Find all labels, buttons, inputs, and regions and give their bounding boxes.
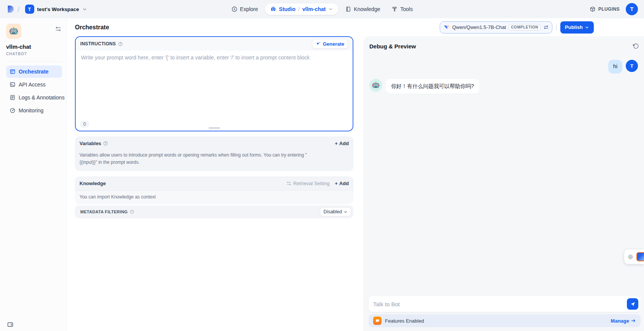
app-shell: vllm-chat CHATBOT Orchestrate API Access xyxy=(0,18,644,331)
variables-header: Variables + Add xyxy=(75,136,353,150)
send-button[interactable] xyxy=(627,298,638,310)
user-message-bubble: hi xyxy=(608,60,622,74)
instructions-title: INSTRUCTIONS xyxy=(80,41,123,46)
terminal-icon xyxy=(10,82,16,88)
metadata-filtering-title: METADATA FILTERING xyxy=(80,209,134,214)
add-knowledge-label: Add xyxy=(339,181,349,186)
main-area: Orchestrate Qwen/Qwen1.5-7B-Chat COMPLET… xyxy=(67,18,644,331)
nav-explore[interactable]: Explore xyxy=(227,3,262,15)
plus-icon: + xyxy=(335,181,338,186)
add-variable-label: Add xyxy=(339,141,349,146)
app-name: vllm-chat xyxy=(6,43,62,50)
plus-icon: + xyxy=(335,141,338,146)
knowledge-card: Knowledge Retrieval Setting + Add xyxy=(75,176,353,204)
info-icon xyxy=(103,141,108,146)
knowledge-header: Knowledge Retrieval Setting + Add xyxy=(75,176,353,190)
topbar-main-nav: Explore Studio / vllm-chat xyxy=(227,0,417,18)
knowledge-title: Knowledge xyxy=(80,181,106,186)
send-icon xyxy=(630,301,636,307)
sidebar-item-api-access[interactable]: API Access xyxy=(6,78,62,91)
variables-title: Variables xyxy=(80,141,108,146)
user-avatar[interactable]: T xyxy=(626,3,638,15)
model-mode-badge: COMPLETION xyxy=(509,24,541,30)
app-settings-icon[interactable] xyxy=(55,26,61,32)
assistant-message-row: 你好！有什么问题我可以帮助你吗? xyxy=(369,79,638,94)
variables-description: Variables allow users to introduce promp… xyxy=(75,150,315,171)
sidebar-item-orchestrate[interactable]: Orchestrate xyxy=(6,66,62,78)
retrieval-setting-button[interactable]: Retrieval Setting xyxy=(286,181,329,186)
prompt-editor[interactable]: Write your prompt word here, enter '{' t… xyxy=(76,51,353,118)
collapse-sidebar-icon[interactable] xyxy=(7,321,14,328)
debug-title: Debug & Preview xyxy=(369,43,416,50)
manage-features-link[interactable]: Manage xyxy=(611,318,636,324)
sidebar-item-label: API Access xyxy=(19,82,46,88)
hammer-icon xyxy=(391,6,398,12)
resize-handle[interactable] xyxy=(208,127,220,129)
prompt-placeholder: Write your prompt word here, enter '{' t… xyxy=(81,54,310,61)
plugins-button[interactable]: PLUGINS xyxy=(590,6,620,12)
robot-emoji-icon xyxy=(372,81,380,90)
extension-logo-icon xyxy=(636,252,644,261)
book-icon xyxy=(345,6,351,12)
floating-extension-widget[interactable] xyxy=(624,249,644,264)
dify-logo[interactable] xyxy=(6,5,14,13)
nav-tools-label: Tools xyxy=(400,6,413,12)
nav-studio-label: Studio xyxy=(279,6,296,12)
plugins-label: PLUGINS xyxy=(598,6,620,12)
sidebar-item-monitoring[interactable]: Monitoring xyxy=(6,104,62,117)
nav-explore-label: Explore xyxy=(240,6,258,12)
debug-footer: Features Enabled Manage xyxy=(369,296,641,327)
knowledge-description: You can import Knowledge as context xyxy=(75,190,353,204)
main-header: Orchestrate Qwen/Qwen1.5-7B-Chat COMPLET… xyxy=(67,18,644,36)
publish-button[interactable]: Publish xyxy=(560,21,594,34)
user-message-row: hi T xyxy=(369,60,638,74)
restart-conversation-icon[interactable] xyxy=(633,43,639,49)
metadata-filtering-select[interactable]: Disabled xyxy=(320,207,351,216)
generate-button[interactable]: Generate xyxy=(312,39,348,49)
nav-knowledge-label: Knowledge xyxy=(354,6,380,12)
nav-studio-current[interactable]: Studio / vllm-chat xyxy=(265,3,338,15)
add-knowledge-button[interactable]: + Add xyxy=(335,181,349,186)
add-variable-button[interactable]: + Add xyxy=(335,141,349,146)
nav-knowledge[interactable]: Knowledge xyxy=(340,3,385,15)
top-navigation-bar: T test's Workspace Explore xyxy=(0,0,644,18)
instructions-header: INSTRUCTIONS Generate xyxy=(76,37,353,51)
chat-input[interactable] xyxy=(373,301,624,307)
sidebar-item-label: Monitoring xyxy=(19,107,43,114)
publish-label: Publish xyxy=(565,24,583,30)
debug-preview-panel: Debug & Preview hi T xyxy=(363,36,644,331)
vllm-provider-icon xyxy=(443,24,450,30)
workspace-selector[interactable]: T test's Workspace xyxy=(23,3,89,15)
header-divider xyxy=(556,24,557,30)
gauge-icon xyxy=(10,107,16,114)
generate-label: Generate xyxy=(323,41,344,47)
chevron-down-icon xyxy=(585,25,589,30)
header-controls: Qwen/Qwen1.5-7B-Chat COMPLETION Publish xyxy=(440,21,594,34)
chat-input-bar xyxy=(369,296,641,312)
sidebar-item-label: Logs & Annotations xyxy=(19,94,65,101)
assistant-chat-avatar xyxy=(369,79,382,92)
chevron-down-icon xyxy=(82,7,87,12)
current-app-name: vllm-chat xyxy=(302,6,326,12)
manage-label: Manage xyxy=(611,318,629,324)
chevron-down-icon xyxy=(328,7,333,11)
instructions-title-text: INSTRUCTIONS xyxy=(80,41,116,46)
nav-tools[interactable]: Tools xyxy=(387,3,417,15)
explore-icon xyxy=(231,6,237,12)
assistant-message-bubble: 你好！有什么问题我可以帮助你吗? xyxy=(386,79,479,94)
sidebar-item-label: Orchestrate xyxy=(19,69,49,75)
breadcrumb-slash xyxy=(17,6,20,12)
package-icon xyxy=(590,6,596,12)
model-selector[interactable]: Qwen/Qwen1.5-7B-Chat COMPLETION xyxy=(440,21,552,34)
sparkle-icon xyxy=(316,41,321,46)
feature-citation-icon xyxy=(373,317,382,325)
user-chat-avatar: T xyxy=(626,60,638,72)
char-count-badge: 0 xyxy=(80,121,89,128)
sidebar-item-logs-annotations[interactable]: Logs & Annotations xyxy=(6,91,62,104)
model-name: Qwen/Qwen1.5-7B-Chat xyxy=(452,24,506,30)
model-params-icon[interactable] xyxy=(543,24,549,30)
arrow-right-icon xyxy=(631,318,636,323)
chevron-down-icon xyxy=(343,210,348,214)
studio-breadcrumb-slash: / xyxy=(298,6,300,12)
metadata-filtering-value: Disabled xyxy=(323,209,342,214)
